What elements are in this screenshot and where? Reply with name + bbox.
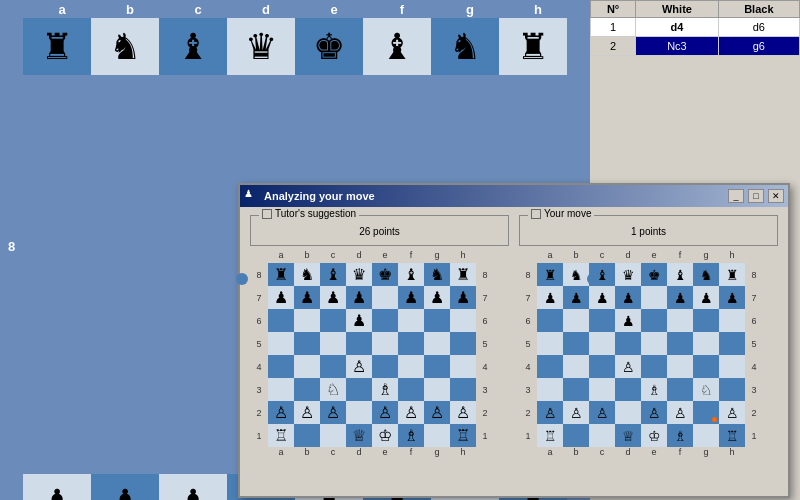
mini-t-d8[interactable]: ♛ (346, 263, 372, 286)
mini-t-h5[interactable] (450, 332, 476, 355)
move-black-2: g6 (718, 37, 799, 56)
dialog-title-text: Analyzing your move (264, 190, 724, 202)
mini-t-e4[interactable] (372, 355, 398, 378)
mini-t-c3[interactable]: ♘ (320, 378, 346, 401)
mini-t-e3[interactable]: ♗ (372, 378, 398, 401)
mini-t-b7[interactable]: ♟ (294, 286, 320, 309)
cell-a8[interactable]: ♜ (23, 18, 91, 75)
cell-d8[interactable]: ♛ (227, 18, 295, 75)
tutor-mini-board[interactable]: ♜ ♞ ♝ ♛ ♚ ♝ ♞ ♜ ♟ ♟ ♟ ♟ ♟ (268, 263, 476, 447)
mini-t-c1[interactable] (320, 424, 346, 447)
mini-t-b1[interactable] (294, 424, 320, 447)
mini-t-g7[interactable]: ♟ (424, 286, 450, 309)
tutor-checkbox[interactable] (262, 209, 272, 219)
cell-c7[interactable]: ♟ (159, 474, 227, 500)
cell-e8[interactable]: ♚ (295, 18, 363, 75)
mini-t-b6[interactable] (294, 309, 320, 332)
cell-a7[interactable]: ♟ (23, 474, 91, 500)
mini-t-e5[interactable] (372, 332, 398, 355)
mini-t-e8[interactable]: ♚ (372, 263, 398, 286)
dialog-minimize-button[interactable]: _ (728, 189, 744, 203)
tutor-fieldset: Tutor's suggestion 26 points (250, 215, 509, 246)
mini-t-g3[interactable] (424, 378, 450, 401)
mini-t-g1[interactable] (424, 424, 450, 447)
mini-t-h1[interactable]: ♖ (450, 424, 476, 447)
mini-t-b3[interactable] (294, 378, 320, 401)
mini-t-a5[interactable] (268, 332, 294, 355)
mini-t-c7[interactable]: ♟ (320, 286, 346, 309)
tutor-points: 26 points (255, 224, 504, 241)
mini-t-h7[interactable]: ♟ (450, 286, 476, 309)
mini-t-d1[interactable]: ♕ (346, 424, 372, 447)
mini-t-f7[interactable]: ♟ (398, 286, 424, 309)
yourmove-legend: Your move (528, 208, 594, 219)
mini-t-a4[interactable] (268, 355, 294, 378)
mini-t-c6[interactable] (320, 309, 346, 332)
cell-g8[interactable]: ♞ (431, 18, 499, 75)
mini-t-d6[interactable]: ♟ (346, 309, 372, 332)
mini-t-f2[interactable]: ♙ (398, 401, 424, 424)
mini-t-d4[interactable]: ♙ (346, 355, 372, 378)
mini-t-d3[interactable] (346, 378, 372, 401)
mini-t-h6[interactable] (450, 309, 476, 332)
mini-t-g4[interactable] (424, 355, 450, 378)
mini-t-f6[interactable] (398, 309, 424, 332)
mini-t-a2[interactable]: ♙ (268, 401, 294, 424)
mini-t-c8[interactable]: ♝ (320, 263, 346, 286)
yourmove-board-rows: 8 7 6 5 4 3 2 1 ♜ ♞ ♝ ♛ (519, 263, 778, 447)
mini-t-a3[interactable] (268, 378, 294, 401)
mini-t-d5[interactable] (346, 332, 372, 355)
mini-t-d7[interactable]: ♟ (346, 286, 372, 309)
dialog-maximize-button[interactable]: □ (748, 189, 764, 203)
mini-t-f8[interactable]: ♝ (398, 263, 424, 286)
move-row-2[interactable]: 2 Nc3 g6 (591, 37, 800, 56)
cell-f8[interactable]: ♝ (363, 18, 431, 75)
yourmove-mini-board[interactable]: ♜ ♞ ♝ ♛ ♚ ♝ ♞ ♜ ♟ ♟ ♟ ♟ ♟ (537, 263, 745, 447)
mini-t-a6[interactable] (268, 309, 294, 332)
mini-t-e6[interactable] (372, 309, 398, 332)
move-num-1: 1 (591, 18, 636, 37)
mini-t-c2[interactable]: ♙ (320, 401, 346, 424)
mini-t-e1[interactable]: ♔ (372, 424, 398, 447)
cell-b7[interactable]: ♟ (91, 474, 159, 500)
col-label-h: h (504, 2, 572, 17)
mini-t-f3[interactable] (398, 378, 424, 401)
mini-t-h8[interactable]: ♜ (450, 263, 476, 286)
col-header-num: N° (591, 1, 636, 18)
mini-t-h3[interactable] (450, 378, 476, 401)
mini-t-h4[interactable] (450, 355, 476, 378)
col-label-c: c (164, 2, 232, 17)
moves-table: N° White Black 1 d4 d6 2 Nc3 g6 (590, 0, 800, 56)
cell-b8[interactable]: ♞ (91, 18, 159, 75)
mini-t-a8[interactable]: ♜ (268, 263, 294, 286)
mini-t-a1[interactable]: ♖ (268, 424, 294, 447)
mini-t-f1[interactable]: ♗ (398, 424, 424, 447)
mini-t-a7[interactable]: ♟ (268, 286, 294, 309)
board-col-labels-top: a b c d e f g h (28, 0, 590, 18)
move-num-2: 2 (591, 37, 636, 56)
yourmove-checkbox[interactable] (531, 209, 541, 219)
mini-t-e2[interactable]: ♙ (372, 401, 398, 424)
mini-t-b8[interactable]: ♞ (294, 263, 320, 286)
mini-t-g6[interactable] (424, 309, 450, 332)
mini-t-h2[interactable]: ♙ (450, 401, 476, 424)
right-circle-dot (587, 273, 599, 285)
mini-t-f5[interactable] (398, 332, 424, 355)
dialog-close-button[interactable]: ✕ (768, 189, 784, 203)
mini-t-g8[interactable]: ♞ (424, 263, 450, 286)
mini-t-c4[interactable] (320, 355, 346, 378)
mini-t-b5[interactable] (294, 332, 320, 355)
mini-t-d2[interactable] (346, 401, 372, 424)
mini-t-b4[interactable] (294, 355, 320, 378)
mini-t-g2[interactable]: ♙ (424, 401, 450, 424)
mini-t-b2[interactable]: ♙ (294, 401, 320, 424)
cell-c8[interactable]: ♝ (159, 18, 227, 75)
move-row-1[interactable]: 1 d4 d6 (591, 18, 800, 37)
mini-t-e7[interactable] (372, 286, 398, 309)
col-label-g: g (436, 2, 504, 17)
mini-t-g5[interactable] (424, 332, 450, 355)
cell-h8[interactable]: ♜ (499, 18, 567, 75)
mini-t-f4[interactable] (398, 355, 424, 378)
col-label-b: b (96, 2, 164, 17)
mini-t-c5[interactable] (320, 332, 346, 355)
